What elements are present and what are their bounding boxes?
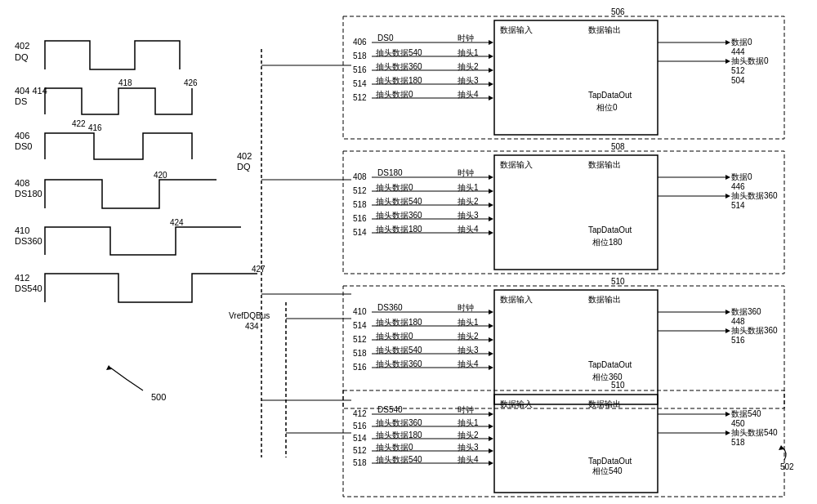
svg-text:抽头数据540: 抽头数据540 bbox=[376, 48, 422, 57]
svg-text:时钟: 时钟 bbox=[458, 33, 474, 42]
svg-text:510: 510 bbox=[611, 277, 625, 286]
svg-text:抽头1: 抽头1 bbox=[458, 48, 479, 57]
svg-text:424: 424 bbox=[170, 218, 184, 227]
svg-text:DS180: DS180 bbox=[377, 168, 403, 177]
svg-text:抽头数据360: 抽头数据360 bbox=[376, 418, 422, 427]
svg-text:514: 514 bbox=[353, 228, 367, 237]
svg-text:DQ: DQ bbox=[237, 162, 251, 172]
svg-text:抽头2: 抽头2 bbox=[458, 332, 479, 341]
svg-text:数据输出: 数据输出 bbox=[588, 295, 621, 304]
svg-text:数据0: 数据0 bbox=[731, 172, 752, 181]
svg-text:DS540: DS540 bbox=[15, 283, 42, 293]
main-diagram: 402 DQ 404 414 DS 418 422 426 406 DS0 41… bbox=[0, 0, 817, 504]
svg-text:数据360: 数据360 bbox=[731, 307, 761, 316]
svg-text:抽头数据360: 抽头数据360 bbox=[376, 62, 422, 71]
svg-text:抽头数据360: 抽头数据360 bbox=[376, 359, 422, 368]
svg-text:512: 512 bbox=[353, 335, 367, 344]
svg-text:抽头数据0: 抽头数据0 bbox=[376, 443, 413, 452]
svg-text:抽头3: 抽头3 bbox=[458, 211, 479, 220]
svg-text:DS: DS bbox=[15, 96, 27, 106]
svg-text:抽头数据0: 抽头数据0 bbox=[731, 56, 769, 65]
svg-text:抽头数据0: 抽头数据0 bbox=[376, 90, 413, 99]
svg-text:518: 518 bbox=[353, 349, 367, 358]
svg-text:406: 406 bbox=[353, 38, 367, 47]
svg-text:514: 514 bbox=[353, 79, 367, 88]
svg-text:VrefDQBus: VrefDQBus bbox=[229, 311, 270, 320]
svg-text:抽头2: 抽头2 bbox=[458, 430, 479, 439]
svg-text:420: 420 bbox=[154, 171, 167, 180]
svg-text:TapDataOut: TapDataOut bbox=[588, 91, 632, 100]
svg-text:数据输出: 数据输出 bbox=[588, 160, 621, 169]
svg-text:416: 416 bbox=[88, 123, 102, 132]
svg-text:444: 444 bbox=[731, 47, 745, 56]
svg-text:518: 518 bbox=[353, 200, 367, 209]
svg-text:516: 516 bbox=[353, 65, 367, 74]
svg-text:508: 508 bbox=[611, 142, 625, 151]
svg-text:抽头3: 抽头3 bbox=[458, 76, 479, 85]
svg-text:时钟: 时钟 bbox=[458, 405, 474, 414]
svg-text:518: 518 bbox=[731, 438, 745, 447]
svg-text:516: 516 bbox=[353, 214, 367, 223]
svg-text:抽头数据540: 抽头数据540 bbox=[376, 346, 422, 355]
svg-text:抽头4: 抽头4 bbox=[458, 359, 479, 368]
svg-text:426: 426 bbox=[184, 78, 198, 87]
svg-text:408: 408 bbox=[353, 172, 367, 181]
svg-text:抽头4: 抽头4 bbox=[458, 90, 479, 99]
svg-text:512: 512 bbox=[731, 66, 745, 75]
svg-text:相位540: 相位540 bbox=[592, 466, 623, 475]
svg-text:448: 448 bbox=[731, 317, 745, 326]
svg-text:408: 408 bbox=[15, 178, 29, 188]
svg-text:抽头数据540: 抽头数据540 bbox=[376, 197, 422, 206]
svg-text:抽头2: 抽头2 bbox=[458, 197, 479, 206]
svg-text:434: 434 bbox=[245, 322, 259, 331]
svg-text:DS0: DS0 bbox=[15, 141, 32, 151]
svg-text:相位180: 相位180 bbox=[592, 238, 623, 247]
svg-text:抽头数据0: 抽头数据0 bbox=[376, 332, 413, 341]
svg-text:402: 402 bbox=[237, 151, 252, 161]
svg-text:数据输入: 数据输入 bbox=[500, 399, 533, 408]
svg-text:402: 402 bbox=[15, 41, 29, 51]
svg-text:512: 512 bbox=[353, 446, 367, 455]
svg-text:418: 418 bbox=[118, 78, 132, 87]
svg-text:516: 516 bbox=[353, 421, 367, 430]
svg-text:抽头1: 抽头1 bbox=[458, 418, 479, 427]
svg-text:抽头数据180: 抽头数据180 bbox=[376, 318, 422, 327]
svg-text:DS360: DS360 bbox=[377, 303, 403, 312]
svg-text:抽头数据360: 抽头数据360 bbox=[731, 191, 778, 200]
svg-text:抽头数据540: 抽头数据540 bbox=[731, 428, 778, 437]
svg-text:512: 512 bbox=[353, 186, 367, 195]
svg-text:抽头数据180: 抽头数据180 bbox=[376, 225, 422, 234]
svg-text:数据输入: 数据输入 bbox=[500, 25, 533, 34]
svg-text:514: 514 bbox=[731, 201, 745, 210]
svg-text:抽头2: 抽头2 bbox=[458, 62, 479, 71]
svg-text:518: 518 bbox=[353, 458, 367, 467]
svg-text:516: 516 bbox=[731, 336, 745, 345]
svg-text:412: 412 bbox=[353, 409, 367, 418]
svg-text:抽头1: 抽头1 bbox=[458, 318, 479, 327]
svg-text:450: 450 bbox=[731, 419, 745, 428]
svg-text:506: 506 bbox=[611, 7, 625, 16]
svg-text:516: 516 bbox=[353, 363, 367, 372]
svg-text:406: 406 bbox=[15, 131, 29, 140]
svg-text:抽头3: 抽头3 bbox=[458, 443, 479, 452]
svg-text:502: 502 bbox=[780, 462, 794, 471]
svg-text:500: 500 bbox=[151, 392, 166, 402]
svg-text:TapDataOut: TapDataOut bbox=[588, 225, 632, 234]
svg-text:数据输入: 数据输入 bbox=[500, 295, 533, 304]
svg-text:404  414: 404 414 bbox=[15, 86, 47, 96]
svg-text:410: 410 bbox=[15, 225, 29, 235]
svg-text:422: 422 bbox=[72, 119, 86, 128]
svg-text:446: 446 bbox=[731, 182, 745, 191]
svg-text:DS180: DS180 bbox=[15, 189, 42, 198]
svg-text:514: 514 bbox=[353, 434, 367, 443]
svg-text:DQ: DQ bbox=[15, 52, 29, 62]
svg-text:TapDataOut: TapDataOut bbox=[588, 360, 632, 369]
svg-text:412: 412 bbox=[15, 273, 29, 283]
svg-text:相位0: 相位0 bbox=[596, 103, 618, 112]
svg-text:数据输入: 数据输入 bbox=[500, 160, 533, 169]
svg-text:时钟: 时钟 bbox=[458, 303, 474, 312]
svg-text:抽头3: 抽头3 bbox=[458, 346, 479, 355]
svg-text:410: 410 bbox=[353, 307, 367, 316]
svg-text:TapDataOut: TapDataOut bbox=[588, 457, 632, 466]
svg-text:抽头数据180: 抽头数据180 bbox=[376, 76, 422, 85]
